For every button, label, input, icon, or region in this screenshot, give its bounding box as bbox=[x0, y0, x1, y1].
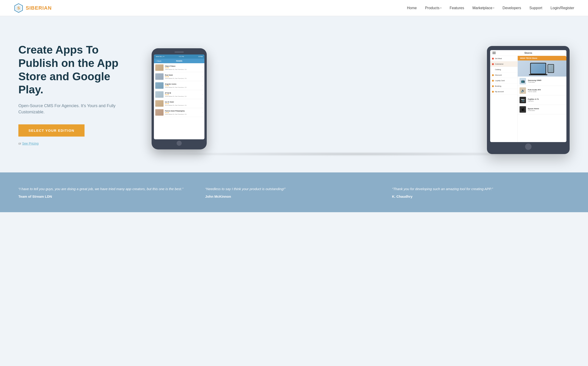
hotel-info: Object Palace ★★★ 1980 Market St, San Fr… bbox=[165, 65, 201, 70]
hotel-arrow-icon: › bbox=[202, 103, 203, 105]
phone-mockup: ●●●● BELL ▼ 4:21 PM 100%■ < Back Hotels … bbox=[152, 48, 207, 149]
hotel-thumbnail bbox=[155, 100, 163, 107]
menu-dot-icon bbox=[492, 74, 494, 76]
testimonial-3: “Thank you for developing such an amazin… bbox=[392, 186, 570, 198]
product-name: Samsung UN65 bbox=[528, 79, 565, 81]
nav-support[interactable]: Support bbox=[529, 6, 542, 10]
hotel-name: Object Palace bbox=[165, 65, 201, 67]
cta-button[interactable]: SELECT YOUR EDITION bbox=[18, 124, 85, 137]
product-category: Home audio bbox=[528, 91, 565, 92]
hotel-item: Real Hotel ★★★ 2000 Market St, San Franc… bbox=[154, 72, 205, 81]
nav-features[interactable]: Features bbox=[450, 6, 464, 10]
hotel-arrow-icon: › bbox=[202, 94, 203, 96]
testimonial-author-2: John McKinnon bbox=[205, 194, 383, 198]
hotel-address: 2000 Market St, San Francisco, CA bbox=[165, 78, 201, 79]
nav-marketplace[interactable]: Marketplace ▾ bbox=[472, 6, 494, 10]
menu-item-set-meal[interactable]: Set Meal bbox=[490, 56, 517, 61]
phone-screen: ●●●● BELL ▼ 4:21 PM 100%■ < Back Hotels … bbox=[154, 54, 205, 139]
marketplace-dropdown-arrow: ▾ bbox=[493, 7, 494, 9]
menu-item-commerce[interactable]: Commerce bbox=[490, 61, 517, 67]
menu-item-my-account[interactable]: My account bbox=[490, 89, 517, 94]
hotel-stars: ★★★ bbox=[165, 67, 201, 69]
hotel-item: Angular rooms ★★★ 2009 Market St, San Fr… bbox=[154, 81, 205, 90]
phone-back-button[interactable]: < Back bbox=[156, 60, 162, 62]
tablet-inner: Set Meal Commerce Catalog Discount bbox=[490, 56, 566, 142]
hotel-item: Ion IC Hotel ★★★ 2013 Market St, San Fra… bbox=[154, 99, 205, 108]
nav-login[interactable]: Login/Register bbox=[551, 6, 574, 10]
tablet-topbar: Stores bbox=[490, 50, 566, 56]
phone-home-button bbox=[177, 141, 182, 146]
hotel-address: 2013 Market St, San Francisco, CA bbox=[165, 105, 201, 106]
menu-item-label: Loyalty Card bbox=[495, 80, 505, 82]
nav-home[interactable]: Home bbox=[407, 6, 417, 10]
hotel-name: Patrick Hotel Philadelphia bbox=[165, 110, 201, 112]
hotel-thumbnail bbox=[155, 82, 163, 89]
product-list: 📺 Samsung UN65 TV&Video 🔊 Polk Audio RTI bbox=[518, 76, 566, 142]
phone-time: 4:21 PM bbox=[179, 56, 184, 57]
hotel-name: Angular rooms bbox=[165, 83, 201, 85]
see-pricing-link[interactable]: See Pricing bbox=[22, 142, 39, 145]
menu-item-label: Set Meal bbox=[495, 57, 502, 60]
product-name: Polk Audio RTI bbox=[528, 89, 565, 91]
product-item: 📽 Epson Home TV&Video bbox=[518, 105, 566, 114]
hotel-stars: ★★★ bbox=[165, 103, 201, 105]
hotel-address: 1995 Market St, San Francisco, CA bbox=[165, 114, 201, 115]
logo-text: SIBERIAN bbox=[26, 5, 52, 11]
product-info: Polk Audio RTI Home audio bbox=[528, 89, 565, 92]
svg-text:S: S bbox=[17, 6, 20, 10]
hotel-name: Ion IC Hotel bbox=[165, 101, 201, 103]
nav-products[interactable]: Products ▾ bbox=[425, 6, 441, 10]
logo[interactable]: S SIBERIAN bbox=[14, 3, 52, 13]
hotel-info: Angular rooms ★★★ 2009 Market St, San Fr… bbox=[165, 83, 201, 88]
product-thumbnail: 📷 bbox=[520, 97, 526, 103]
tablet-topbar-title: Stores bbox=[524, 52, 532, 54]
menu-item-label: Catalog bbox=[495, 69, 501, 71]
menu-item-label: Commerce bbox=[495, 63, 503, 65]
testimonial-2: “Needless to say I think your product is… bbox=[205, 186, 383, 198]
hotel-stars: ★★★ bbox=[165, 85, 201, 87]
testimonial-text-1: “I have to tell you guys, you are doing … bbox=[18, 186, 196, 192]
cta-or-text: or See Pricing bbox=[18, 142, 138, 145]
phone-screen-title: Hotels bbox=[176, 60, 183, 62]
hotel-stars: ★★★ bbox=[165, 94, 201, 96]
hotel-info: Real Hotel ★★★ 2000 Market St, San Franc… bbox=[165, 74, 201, 79]
menu-item-loyalty-card[interactable]: Loyalty Card bbox=[490, 78, 517, 84]
menu-item-booking[interactable]: Booking bbox=[490, 84, 517, 89]
tablet-left-panel: Set Meal Commerce Catalog Discount bbox=[490, 56, 518, 142]
main-nav: Home Products ▾ Features Marketplace ▾ D… bbox=[407, 6, 574, 10]
hotel-name: Real Hotel bbox=[165, 74, 201, 76]
hero-devices: ●●●● BELL ▼ 4:21 PM 100%■ < Back Hotels … bbox=[138, 34, 570, 154]
tablet-mockup: Stores Set Meal Commerce bbox=[487, 46, 570, 154]
hotel-item: ZF Bn'B ★★★ 2006 Market St, San Francisc… bbox=[154, 90, 205, 99]
hero-section: Create Apps To Publish on the App Store … bbox=[0, 16, 588, 172]
product-name: Epson Home bbox=[528, 107, 565, 110]
hotel-item: Object Palace ★★★ 1980 Market St, San Fr… bbox=[154, 63, 205, 72]
phone-battery: 100%■ bbox=[198, 56, 203, 57]
hotel-info: ZF Bn'B ★★★ 2006 Market St, San Francisc… bbox=[165, 92, 201, 97]
product-category: TV&Video bbox=[528, 81, 565, 83]
hotel-thumbnail bbox=[155, 73, 163, 80]
hotel-info: Patrick Hotel Philadelphia ★★★ 1995 Mark… bbox=[165, 110, 201, 115]
product-category: Camera bbox=[528, 100, 565, 102]
product-info: Samsung UN65 TV&Video bbox=[528, 79, 565, 83]
store-hero-image bbox=[518, 61, 566, 76]
testimonials-grid: “I have to tell you guys, you are doing … bbox=[18, 186, 570, 198]
hamburger-icon bbox=[492, 52, 496, 54]
tablet-right-panel: HIGH TECH Store bbox=[518, 56, 566, 142]
menu-item-catalog[interactable]: Catalog bbox=[490, 67, 517, 72]
hotel-item: Patrick Hotel Philadelphia ★★★ 1995 Mark… bbox=[154, 108, 205, 117]
hotel-thumbnail bbox=[155, 64, 163, 71]
testimonial-text-3: “Thank you for developing such an amazin… bbox=[392, 186, 570, 192]
hotel-thumbnail bbox=[155, 91, 163, 98]
nav-developers[interactable]: Developers bbox=[503, 6, 521, 10]
menu-item-discount[interactable]: Discount bbox=[490, 72, 517, 78]
product-item: 📷 Fujifilm X-T1 Camera bbox=[518, 95, 566, 105]
testimonial-1: “I have to tell you guys, you are doing … bbox=[18, 186, 196, 198]
menu-dot-icon bbox=[492, 91, 494, 93]
header: S SIBERIAN Home Products ▾ Features Mark… bbox=[0, 0, 588, 16]
logo-icon: S bbox=[14, 3, 23, 13]
menu-dot-icon bbox=[492, 63, 494, 65]
product-thumbnail: 📺 bbox=[520, 78, 526, 84]
menu-dot-icon bbox=[492, 58, 494, 60]
product-info: Fujifilm X-T1 Camera bbox=[528, 98, 565, 102]
